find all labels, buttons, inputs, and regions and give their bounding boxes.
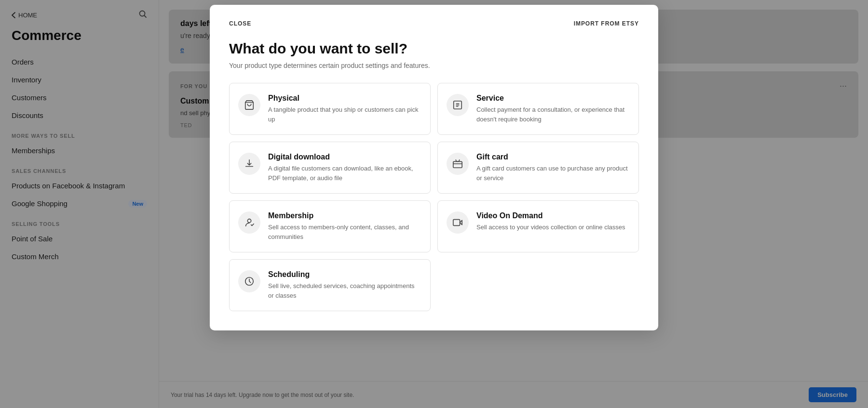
digital-download-card-content: Digital download A digital file customer… [268, 153, 420, 183]
gift-card-card-content: Gift card A gift card customers can use … [476, 153, 628, 183]
scheduling-desc: Sell live, scheduled services, coaching … [268, 281, 420, 300]
video-icon [447, 211, 469, 234]
modal-top-bar: CLOSE IMPORT FROM ETSY [229, 20, 639, 27]
product-type-grid: Physical A tangible product that you shi… [229, 83, 639, 311]
service-card-content: Service Collect payment for a consultati… [476, 94, 628, 124]
product-card-physical[interactable]: Physical A tangible product that you shi… [229, 83, 431, 135]
product-card-scheduling[interactable]: Scheduling Sell live, scheduled services… [229, 259, 431, 311]
gift-card-title: Gift card [476, 153, 628, 161]
close-button[interactable]: CLOSE [229, 20, 251, 27]
video-on-demand-card-content: Video On Demand Sell access to your vide… [476, 211, 628, 232]
service-title: Service [476, 94, 628, 103]
svg-rect-6 [453, 220, 460, 226]
scheduling-title: Scheduling [268, 270, 420, 279]
modal: CLOSE IMPORT FROM ETSY What do you want … [210, 5, 658, 330]
giftcard-icon [447, 153, 469, 175]
product-card-digital-download[interactable]: Digital download A digital file customer… [229, 142, 431, 194]
gift-card-desc: A gift card customers can use to purchas… [476, 164, 628, 183]
physical-icon [238, 94, 260, 116]
video-on-demand-title: Video On Demand [476, 211, 628, 220]
physical-card-content: Physical A tangible product that you shi… [268, 94, 420, 124]
modal-subtitle: Your product type determines certain pro… [229, 62, 639, 69]
membership-icon [238, 211, 260, 234]
scheduling-card-content: Scheduling Sell live, scheduled services… [268, 270, 420, 300]
physical-title: Physical [268, 94, 420, 103]
service-desc: Collect payment for a consultation, or e… [476, 105, 628, 124]
product-card-membership[interactable]: Membership Sell access to members-only c… [229, 200, 431, 252]
video-on-demand-desc: Sell access to your videos collection or… [476, 223, 628, 232]
service-icon [447, 94, 469, 116]
membership-card-content: Membership Sell access to members-only c… [268, 211, 420, 241]
digital-download-title: Digital download [268, 153, 420, 161]
svg-rect-3 [453, 161, 462, 168]
product-card-service[interactable]: Service Collect payment for a consultati… [437, 83, 639, 135]
product-card-video-on-demand[interactable]: Video On Demand Sell access to your vide… [437, 200, 639, 252]
svg-point-5 [247, 219, 251, 223]
scheduling-icon [238, 270, 260, 292]
digital-download-desc: A digital file customers can download, l… [268, 164, 420, 183]
import-from-etsy-button[interactable]: IMPORT FROM ETSY [574, 20, 639, 27]
membership-title: Membership [268, 211, 420, 220]
product-card-gift-card[interactable]: Gift card A gift card customers can use … [437, 142, 639, 194]
physical-desc: A tangible product that you ship or cust… [268, 105, 420, 124]
modal-overlay: CLOSE IMPORT FROM ETSY What do you want … [0, 0, 868, 408]
membership-desc: Sell access to members-only content, cla… [268, 223, 420, 241]
download-icon [238, 153, 260, 175]
modal-title: What do you want to sell? [229, 40, 639, 57]
